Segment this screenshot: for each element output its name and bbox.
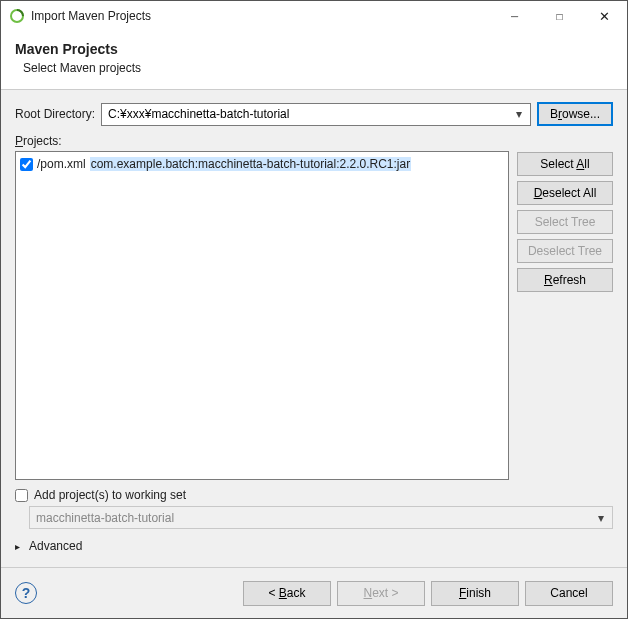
projects-left: Projects: /pom.xml com.example.batch:mac… xyxy=(15,134,509,480)
project-artifact: com.example.batch:macchinetta-batch-tuto… xyxy=(90,157,411,171)
browse-button[interactable]: Browse... xyxy=(537,102,613,126)
back-button[interactable]: < Back xyxy=(243,581,331,606)
projects-buttons: Select All Deselect All Select Tree Dese… xyxy=(517,134,613,480)
wizard-header: Maven Projects Select Maven projects xyxy=(1,31,627,90)
triangle-right-icon: ▸ xyxy=(15,541,25,552)
working-set-checkbox[interactable] xyxy=(15,489,28,502)
advanced-toggle[interactable]: ▸ Advanced xyxy=(15,539,613,553)
working-set-input xyxy=(34,510,592,526)
root-directory-combo[interactable]: ▾ xyxy=(101,103,531,126)
working-set-row: Add project(s) to working set xyxy=(15,488,613,502)
window-title: Import Maven Projects xyxy=(31,9,151,23)
help-icon[interactable]: ? xyxy=(15,582,37,604)
projects-row: Projects: /pom.xml com.example.batch:mac… xyxy=(15,134,613,480)
deselect-all-button[interactable]: Deselect All xyxy=(517,181,613,205)
project-checkbox[interactable] xyxy=(20,158,33,171)
list-item[interactable]: /pom.xml com.example.batch:macchinetta-b… xyxy=(20,155,504,173)
select-tree-button: Select Tree xyxy=(517,210,613,234)
minimize-button[interactable]: ─ xyxy=(492,1,537,31)
root-directory-row: Root Directory: ▾ Browse... xyxy=(15,102,613,126)
wizard-heading: Maven Projects xyxy=(15,41,613,57)
maximize-button[interactable]: □ xyxy=(537,1,582,31)
chevron-down-icon[interactable]: ▾ xyxy=(510,107,528,121)
root-directory-input[interactable] xyxy=(106,106,510,122)
select-all-button[interactable]: Select All xyxy=(517,152,613,176)
app-icon xyxy=(9,8,25,24)
wizard-button-bar: ? < Back Next > Finish Cancel xyxy=(1,568,627,618)
projects-label: Projects: xyxy=(15,134,509,148)
root-directory-label: Root Directory: xyxy=(15,107,95,121)
working-set-combo-row: ▾ xyxy=(29,506,613,529)
chevron-down-icon: ▾ xyxy=(592,511,610,525)
cancel-button[interactable]: Cancel xyxy=(525,581,613,606)
wizard-body: Root Directory: ▾ Browse... Projects: /p… xyxy=(1,90,627,567)
working-set-combo: ▾ xyxy=(29,506,613,529)
working-set-label: Add project(s) to working set xyxy=(34,488,186,502)
finish-button[interactable]: Finish xyxy=(431,581,519,606)
refresh-button[interactable]: Refresh xyxy=(517,268,613,292)
close-button[interactable]: ✕ xyxy=(582,1,627,31)
project-path: /pom.xml xyxy=(37,157,86,171)
wizard-subtitle: Select Maven projects xyxy=(15,61,613,75)
advanced-label: Advanced xyxy=(29,539,82,553)
projects-list[interactable]: /pom.xml com.example.batch:macchinetta-b… xyxy=(15,151,509,480)
next-button: Next > xyxy=(337,581,425,606)
deselect-tree-button: Deselect Tree xyxy=(517,239,613,263)
title-bar: Import Maven Projects ─ □ ✕ xyxy=(1,1,627,31)
